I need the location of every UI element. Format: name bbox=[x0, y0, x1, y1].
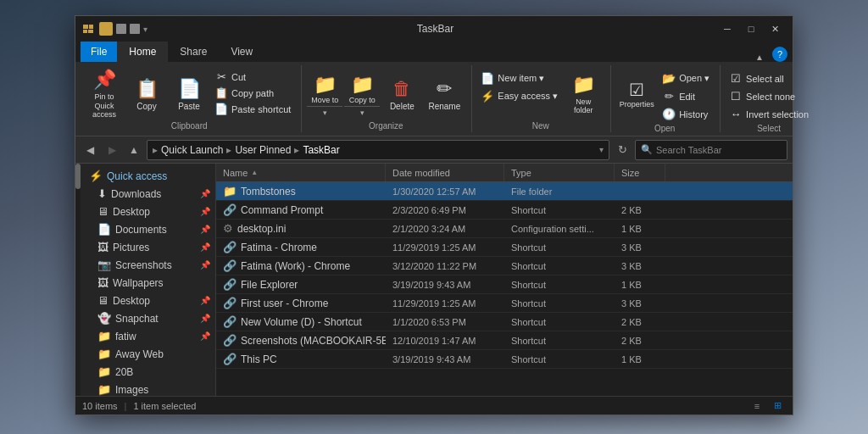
sidebar-item-20b[interactable]: 📁 20B bbox=[81, 363, 215, 381]
organize-group-label: Organize bbox=[307, 120, 465, 131]
move-to-icon: 📁 bbox=[314, 74, 337, 96]
invert-selection-button[interactable]: ↔ Invert selection bbox=[726, 106, 812, 122]
delete-button[interactable]: 🗑 Delete bbox=[381, 69, 422, 120]
edit-button[interactable]: ✏ Edit bbox=[659, 88, 713, 104]
up-button[interactable]: ▲ bbox=[125, 141, 143, 159]
table-row[interactable]: 🔗 Command Prompt 2/3/2020 6:49 PM Shortc… bbox=[216, 201, 793, 220]
easy-access-button[interactable]: ⚡ Easy access ▾ bbox=[477, 88, 561, 104]
undo-btn[interactable] bbox=[116, 24, 126, 34]
documents-icon: 📄 bbox=[97, 223, 111, 236]
redo-btn[interactable] bbox=[130, 24, 140, 34]
sidebar-item-downloads[interactable]: ⬇ Downloads 📌 bbox=[81, 185, 215, 203]
details-view-button[interactable]: ≡ bbox=[748, 399, 765, 413]
paste-button[interactable]: 📄 Paste bbox=[169, 69, 209, 120]
help-button[interactable]: ? bbox=[772, 47, 787, 62]
copy-to-arrow[interactable]: ▾ bbox=[344, 106, 380, 118]
copy-path-icon: 📋 bbox=[214, 86, 228, 99]
maximize-button[interactable]: □ bbox=[740, 20, 762, 37]
sidebar-item-desktop2[interactable]: 🖥 Desktop 📌 bbox=[81, 292, 215, 309]
sidebar-item-snapchat[interactable]: 👻 Snapchat 📌 bbox=[81, 309, 215, 327]
wallpapers-icon: 🖼 bbox=[97, 276, 108, 289]
address-bar[interactable]: ▸ Quick Launch ▸ User Pinned ▸ TaskBar ▾ bbox=[147, 140, 609, 160]
table-row[interactable]: 📁 Tombstones 1/30/2020 12:57 AM File fol… bbox=[216, 182, 793, 201]
forward-button[interactable]: ▶ bbox=[103, 141, 121, 159]
new-small-buttons: 📄 New item ▾ ⚡ Easy access ▾ bbox=[477, 69, 561, 104]
status-separator: | bbox=[125, 401, 127, 411]
sidebar: ⚡ Quick access ⬇ Downloads 📌 🖥 Desktop 📌… bbox=[81, 164, 216, 396]
customize-arrow[interactable]: ▾ bbox=[143, 25, 147, 34]
table-row[interactable]: 🔗 This PC 3/19/2019 9:43 AM Shortcut 1 K… bbox=[216, 350, 793, 369]
new-item-button[interactable]: 📄 New item ▾ bbox=[477, 70, 561, 86]
table-row[interactable]: 🔗 Fatima - Chrome 11/29/2019 1:25 AM Sho… bbox=[216, 238, 793, 257]
file-size: 2 KB bbox=[615, 313, 665, 331]
file-size: 3 KB bbox=[615, 238, 665, 256]
minimize-button[interactable]: ─ bbox=[716, 20, 738, 37]
select-all-button[interactable]: ☑ Select all bbox=[726, 70, 812, 86]
refresh-button[interactable]: ↻ bbox=[613, 141, 632, 159]
ribbon-open-content: ☑ Properties 📂 Open ▾ ✏ Edit 🕐 History bbox=[616, 65, 713, 122]
tab-view[interactable]: View bbox=[219, 42, 264, 62]
back-button[interactable]: ◀ bbox=[81, 141, 99, 159]
sidebar-item-documents[interactable]: 📄 Documents 📌 bbox=[81, 220, 215, 238]
ribbon-collapse-icon[interactable]: ▲ bbox=[750, 53, 769, 62]
sidebar-scroll-indicator[interactable] bbox=[75, 164, 81, 396]
select-none-button[interactable]: ☐ Select none bbox=[726, 88, 812, 104]
sidebar-item-fatiw[interactable]: 📁 fatiw 📌 bbox=[81, 327, 215, 345]
window-icon bbox=[82, 23, 94, 35]
window-title: TaskBar bbox=[154, 23, 716, 35]
open-button[interactable]: 📂 Open ▾ bbox=[659, 70, 713, 86]
column-header-name[interactable]: Name ▲ bbox=[216, 164, 386, 181]
sidebar-item-pictures[interactable]: 🖼 Pictures 📌 bbox=[81, 238, 215, 256]
file-date: 2/3/2020 6:49 PM bbox=[386, 201, 504, 219]
sidebar-item-screenshots[interactable]: 📷 Screenshots 📌 bbox=[81, 256, 215, 274]
history-button[interactable]: 🕐 History bbox=[659, 106, 713, 122]
move-to-arrow[interactable]: ▾ bbox=[307, 106, 342, 118]
table-row[interactable]: 🔗 File Explorer 3/19/2019 9:43 AM Shortc… bbox=[216, 275, 793, 294]
column-header-type[interactable]: Type bbox=[504, 164, 615, 181]
address-dropdown-icon[interactable]: ▾ bbox=[599, 145, 604, 154]
properties-button[interactable]: ☑ Properties bbox=[616, 69, 657, 120]
column-header-date[interactable]: Date modified bbox=[386, 164, 504, 181]
tab-file[interactable]: File bbox=[81, 42, 117, 62]
table-row[interactable]: 🔗 New Volume (D) - Shortcut 1/1/2020 6:5… bbox=[216, 313, 793, 331]
table-row[interactable]: 🔗 Fatima (Work) - Chrome 3/12/2020 11:22… bbox=[216, 257, 793, 275]
downloads-pin-icon: 📌 bbox=[200, 189, 210, 198]
rename-button[interactable]: ✏ Rename bbox=[424, 69, 465, 120]
table-row[interactable]: ⚙ desktop.ini 2/1/2020 3:24 AM Configura… bbox=[216, 220, 793, 238]
sidebar-item-quick-access[interactable]: ⚡ Quick access bbox=[81, 167, 215, 185]
file-type: Shortcut bbox=[504, 201, 615, 219]
ribbon-group-new: 📄 New item ▾ ⚡ Easy access ▾ 📁 Newfolder… bbox=[474, 65, 611, 132]
tab-share[interactable]: Share bbox=[168, 42, 219, 62]
file-name: 🔗 Fatima (Work) - Chrome bbox=[216, 257, 386, 275]
file-size: 2 KB bbox=[615, 331, 665, 349]
list-view-button[interactable]: ⊞ bbox=[769, 399, 786, 413]
sidebar-item-desktop[interactable]: 🖥 Desktop 📌 bbox=[81, 203, 215, 220]
file-size: 1 KB bbox=[615, 220, 665, 237]
column-header-size[interactable]: Size bbox=[615, 164, 665, 181]
copy-path-button[interactable]: 📋 Copy path bbox=[211, 85, 294, 101]
tab-home[interactable]: Home bbox=[117, 42, 168, 62]
table-row[interactable]: 🔗 First user - Chrome 11/29/2019 1:25 AM… bbox=[216, 294, 793, 313]
close-button[interactable]: ✕ bbox=[764, 20, 786, 37]
easy-access-icon: ⚡ bbox=[481, 90, 494, 103]
cut-button[interactable]: ✂ Cut bbox=[211, 69, 294, 85]
address-quick-launch: Quick Launch bbox=[161, 144, 223, 156]
search-box[interactable]: 🔍 Search TaskBar bbox=[635, 140, 787, 160]
copy-button[interactable]: 📋 Copy bbox=[126, 69, 167, 120]
move-to-button[interactable]: 📁 Move to bbox=[307, 69, 342, 106]
file-date: 3/19/2019 9:43 AM bbox=[386, 350, 504, 368]
file-type: Shortcut bbox=[504, 257, 615, 275]
delete-icon: 🗑 bbox=[392, 78, 411, 100]
sidebar-item-away-web[interactable]: 📁 Away Web bbox=[81, 345, 215, 363]
copy-icon: 📋 bbox=[136, 78, 159, 100]
desktop-icon: 🖥 bbox=[97, 205, 108, 218]
new-folder-button[interactable]: 📁 Newfolder bbox=[563, 69, 604, 120]
copy-to-button[interactable]: 📁 Copy to bbox=[344, 69, 380, 106]
move-to-button-group: 📁 Move to ▾ bbox=[307, 69, 342, 118]
pin-to-quick-access-button[interactable]: 📌 Pin to Quick access bbox=[84, 69, 125, 120]
table-row[interactable]: 🔗 Screenshots (MACBOOKAIR-5B8AMacUs... 1… bbox=[216, 331, 793, 350]
sidebar-scroll-thumb[interactable] bbox=[75, 164, 81, 189]
sidebar-item-wallpapers[interactable]: 🖼 Wallpapers bbox=[81, 274, 215, 292]
sidebar-item-images[interactable]: 📁 Images bbox=[81, 381, 215, 396]
paste-shortcut-button[interactable]: 📄 Paste shortcut bbox=[211, 101, 294, 117]
